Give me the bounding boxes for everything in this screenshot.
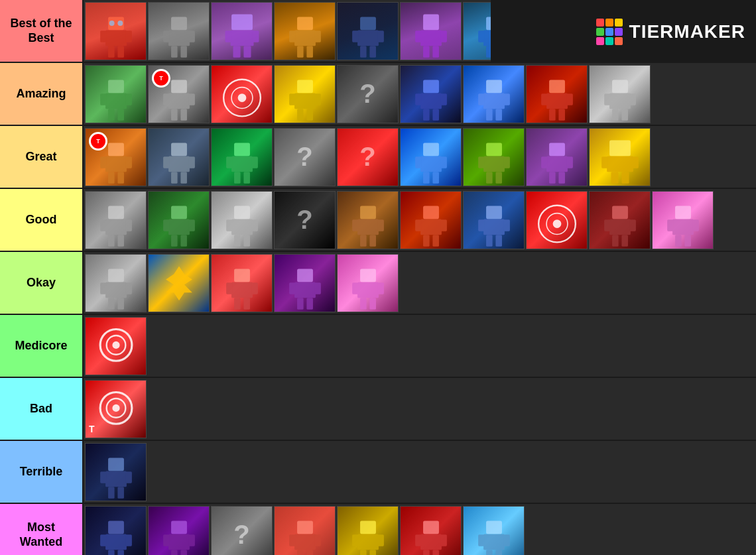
tier-item[interactable]	[400, 191, 462, 249]
svg-rect-15	[230, 31, 253, 46]
svg-rect-187	[117, 298, 124, 310]
tier-item[interactable]	[526, 128, 588, 186]
tier-item[interactable]	[85, 443, 147, 501]
tier-item[interactable]	[211, 65, 273, 123]
tier-item[interactable]	[589, 128, 651, 186]
tier-item[interactable]	[337, 2, 399, 60]
tier-item[interactable]	[337, 506, 399, 556]
tier-item[interactable]	[148, 254, 210, 312]
svg-rect-25	[306, 46, 313, 58]
tier-item[interactable]	[652, 191, 714, 249]
tier-item[interactable]	[463, 128, 525, 186]
tier-item[interactable]	[589, 191, 651, 249]
svg-rect-70	[432, 109, 439, 121]
tier-item[interactable]	[463, 65, 525, 123]
tier-item[interactable]: ?	[337, 128, 399, 186]
svg-rect-144	[231, 219, 253, 235]
svg-rect-241	[369, 550, 376, 555]
svg-rect-50	[171, 80, 187, 93]
tier-item[interactable]	[463, 506, 525, 556]
tier-item[interactable]	[463, 191, 525, 249]
tier-item[interactable]	[400, 65, 462, 123]
tier-item[interactable]	[211, 254, 273, 312]
tier-item[interactable]: ?	[337, 65, 399, 123]
svg-rect-11	[188, 31, 195, 43]
svg-rect-2	[100, 31, 107, 43]
svg-rect-134	[125, 220, 132, 232]
tier-item[interactable]: T	[148, 65, 210, 123]
svg-rect-69	[423, 109, 430, 121]
svg-rect-30	[360, 46, 367, 58]
svg-rect-162	[483, 219, 505, 235]
tier-item[interactable]	[148, 128, 210, 186]
svg-rect-28	[352, 31, 359, 43]
tier-item[interactable]: ?	[274, 191, 336, 249]
svg-rect-88	[621, 109, 628, 121]
tier-content-amazing: T ?	[84, 63, 756, 125]
svg-rect-183	[105, 282, 127, 298]
svg-rect-122	[566, 157, 573, 169]
svg-rect-115	[478, 157, 485, 169]
svg-rect-22	[289, 31, 296, 43]
svg-rect-197	[314, 283, 321, 295]
svg-rect-13	[180, 46, 187, 58]
tier-item[interactable]	[85, 506, 147, 556]
svg-rect-230	[297, 521, 313, 534]
tier-item[interactable]	[85, 2, 147, 60]
tier-item[interactable]: ?	[274, 128, 336, 186]
svg-rect-199	[306, 298, 313, 310]
tier-item[interactable]	[274, 2, 336, 60]
svg-rect-33	[420, 31, 442, 46]
svg-rect-193	[243, 298, 250, 310]
svg-rect-127	[601, 157, 608, 169]
tier-row-amazing: Amazing T ?	[0, 63, 756, 126]
tier-item[interactable]	[274, 254, 336, 312]
svg-rect-202	[352, 283, 359, 295]
tier-row-good: Good ?	[0, 189, 756, 252]
svg-rect-176	[675, 206, 691, 219]
tier-content-terrible	[84, 441, 756, 503]
tier-item[interactable]	[148, 2, 210, 60]
svg-rect-72	[483, 93, 505, 109]
tier-item[interactable]	[400, 2, 462, 60]
tier-row-okay: Okay	[0, 252, 756, 315]
tier-item[interactable]: ?	[211, 506, 273, 556]
svg-rect-82	[558, 109, 565, 121]
svg-rect-160	[432, 235, 439, 247]
tier-item[interactable]	[400, 506, 462, 556]
tier-item[interactable]	[274, 65, 336, 123]
tier-item[interactable]	[400, 128, 462, 186]
tier-item[interactable]	[211, 128, 273, 186]
tier-item[interactable]	[337, 254, 399, 312]
tier-item[interactable]: T	[85, 128, 147, 186]
svg-rect-132	[105, 219, 127, 235]
svg-rect-94	[117, 172, 124, 184]
tier-item[interactable]	[589, 65, 651, 123]
svg-rect-37	[432, 46, 439, 58]
tier-item[interactable]	[85, 254, 147, 312]
svg-rect-195	[294, 282, 316, 298]
svg-rect-249	[483, 534, 505, 550]
tier-item[interactable]	[148, 506, 210, 556]
svg-rect-153	[360, 235, 367, 247]
tier-item[interactable]	[85, 317, 147, 375]
tier-item[interactable]	[211, 2, 273, 60]
tier-item[interactable]	[211, 191, 273, 249]
svg-rect-45	[105, 93, 127, 109]
tier-item[interactable]	[337, 191, 399, 249]
tier-item[interactable]	[85, 191, 147, 249]
tier-item[interactable]	[526, 65, 588, 123]
svg-rect-96	[168, 156, 190, 172]
svg-rect-137	[171, 206, 187, 219]
svg-point-58	[237, 94, 246, 103]
svg-rect-164	[503, 220, 510, 232]
tier-item[interactable]	[274, 506, 336, 556]
tier-item[interactable]	[526, 191, 588, 249]
svg-rect-107	[423, 143, 439, 156]
svg-rect-135	[108, 235, 115, 247]
tier-item[interactable]	[148, 191, 210, 249]
svg-rect-203	[377, 283, 384, 295]
tier-item[interactable]: T	[85, 380, 147, 438]
svg-point-7	[117, 21, 123, 26]
tier-item[interactable]	[85, 65, 147, 123]
